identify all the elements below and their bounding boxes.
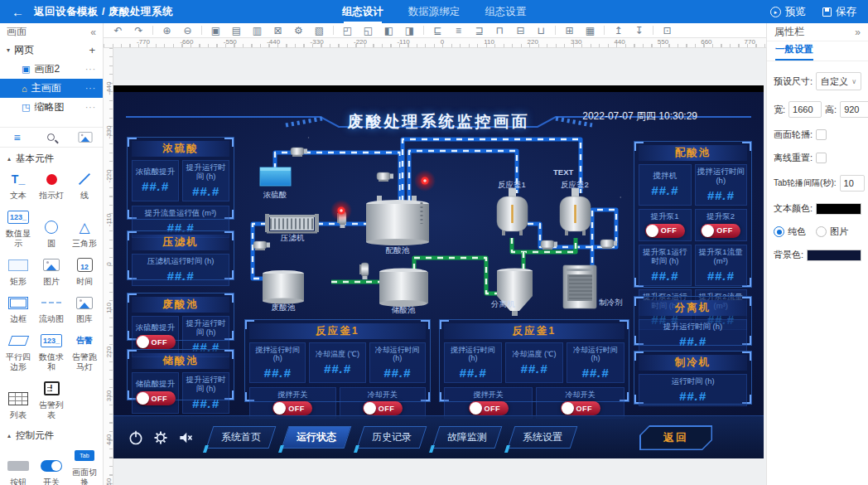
align-top-icon[interactable]: ⊓ bbox=[489, 23, 510, 38]
alarm-indicator[interactable] bbox=[330, 200, 352, 221]
duplicate-icon[interactable]: ▥ bbox=[247, 23, 268, 38]
palette-item-line[interactable]: 线 bbox=[68, 167, 101, 205]
save-button[interactable]: 保存 bbox=[822, 5, 856, 19]
palette-item-rect[interactable]: 矩形 bbox=[2, 253, 35, 291]
ungroup-icon[interactable]: ◱ bbox=[358, 23, 379, 38]
offline-reset-checkbox[interactable] bbox=[816, 153, 827, 163]
settings-icon[interactable]: ⚙ bbox=[288, 23, 309, 38]
collapse-right-icon[interactable]: » bbox=[855, 27, 861, 38]
palette-item-tri[interactable]: △三角形 bbox=[68, 205, 101, 253]
align-bottom-icon[interactable]: ⊔ bbox=[531, 23, 552, 38]
nav-tab-2[interactable]: 历史记录 bbox=[357, 426, 427, 449]
palette-section-header[interactable]: ▴控制元件 bbox=[0, 424, 103, 444]
reactor-1-vessel[interactable] bbox=[497, 188, 528, 235]
palette-item-altx[interactable]: 告警告警跑马灯 bbox=[68, 328, 101, 376]
mute-icon[interactable] bbox=[173, 426, 198, 449]
tab-config-design[interactable]: 组态设计 bbox=[342, 0, 383, 23]
toggle-off-switch[interactable]: OFF bbox=[469, 401, 509, 415]
nav-tab-0[interactable]: 系统首页 bbox=[206, 426, 277, 449]
palette-item-text[interactable]: T_文本 bbox=[2, 167, 35, 205]
snap-icon[interactable]: ▦ bbox=[580, 23, 600, 38]
solid-color-radio[interactable] bbox=[774, 226, 784, 237]
back-button[interactable]: 返回 bbox=[639, 425, 712, 450]
toggle-off-switch[interactable]: OFF bbox=[136, 391, 176, 405]
breadcrumb[interactable]: 返回设备模板 / 废酸处理系统 bbox=[34, 5, 173, 19]
toggle-off-switch[interactable]: OFF bbox=[701, 224, 740, 238]
power-icon[interactable] bbox=[123, 426, 148, 449]
palette-item-flow[interactable]: 流动图 bbox=[35, 290, 68, 328]
palette-section-header[interactable]: ▴基本元件 bbox=[0, 148, 103, 167]
toggle-off-switch[interactable]: OFF bbox=[561, 401, 600, 415]
bg-color-swatch[interactable] bbox=[807, 250, 861, 261]
tab-config-settings[interactable]: 组态设置 bbox=[485, 0, 526, 23]
align-center-icon[interactable]: ≡ bbox=[448, 23, 469, 38]
zoom-out-icon[interactable]: ⊖ bbox=[177, 23, 198, 38]
tree-node-thumbnail[interactable]: ◳ 缩略图 ··· bbox=[0, 98, 103, 117]
palette-item-pic[interactable]: 图库 bbox=[68, 290, 101, 328]
palette-item-cir[interactable]: 圆 bbox=[35, 205, 68, 253]
palette-item-time[interactable]: 12时间 bbox=[68, 253, 101, 291]
tree-node-pages[interactable]: ▾ 网页 + bbox=[0, 41, 103, 60]
separator-vessel[interactable] bbox=[497, 269, 533, 317]
palette-item-ind[interactable]: 指示灯 bbox=[35, 167, 68, 205]
toggle-off-switch[interactable]: OFF bbox=[645, 224, 685, 238]
palette-item-allist[interactable]: !告警列表 bbox=[35, 376, 68, 424]
nav-tab-1[interactable]: 运行状态 bbox=[282, 426, 352, 449]
undo-icon[interactable]: ↶ bbox=[108, 23, 128, 38]
tab-interval-input[interactable] bbox=[840, 175, 865, 192]
palette-item-num[interactable]: 123_数值求和 bbox=[35, 328, 68, 376]
delete-icon[interactable]: ⊠ bbox=[268, 23, 288, 38]
preset-size-select[interactable]: 自定义 ∨ bbox=[816, 72, 861, 90]
tree-node-main-screen[interactable]: ⌂ 主画面 ··· bbox=[0, 79, 103, 98]
height-input[interactable] bbox=[840, 101, 868, 118]
back-arrow-icon[interactable]: ← bbox=[12, 5, 24, 19]
gear-icon[interactable] bbox=[148, 426, 173, 449]
image-icon[interactable]: ▧ bbox=[309, 23, 330, 38]
width-input[interactable] bbox=[788, 101, 822, 118]
palette-item-sw[interactable]: 开关 bbox=[35, 444, 68, 485]
filter-press[interactable] bbox=[265, 214, 319, 234]
text-color-swatch[interactable] bbox=[816, 203, 861, 215]
tab-element-search[interactable] bbox=[34, 128, 68, 147]
storage-acid-tank[interactable] bbox=[379, 269, 428, 308]
tree-node-screen2[interactable]: ▣ 画面2 ··· bbox=[0, 60, 103, 79]
sulfuric-acid-tank[interactable] bbox=[260, 167, 291, 186]
export-icon[interactable]: ↧ bbox=[629, 23, 649, 38]
toggle-off-switch[interactable]: OFF bbox=[363, 401, 403, 415]
tab-datasource-binding[interactable]: 数据源绑定 bbox=[408, 0, 461, 23]
palette-item-btn[interactable]: 按钮 bbox=[2, 444, 35, 485]
carousel-checkbox[interactable] bbox=[816, 129, 827, 140]
zoom-in-icon[interactable]: ⊕ bbox=[157, 23, 177, 38]
add-screen-button[interactable]: + bbox=[89, 44, 96, 56]
tab-element-list[interactable]: ≡ bbox=[0, 128, 34, 147]
chiller-unit[interactable] bbox=[563, 265, 596, 308]
design-canvas[interactable]: -770-660-550-440-330-220-110011022033044… bbox=[104, 38, 766, 485]
toggle-off-switch[interactable]: OFF bbox=[136, 335, 176, 349]
palette-item-num[interactable]: 123_数值显示 bbox=[2, 205, 35, 253]
bring-forward-icon[interactable]: ◧ bbox=[379, 23, 399, 38]
palette-item-pic[interactable]: 图片 bbox=[35, 253, 68, 291]
more-icon[interactable]: ··· bbox=[85, 103, 96, 112]
palette-item-par[interactable]: 平行四边形 bbox=[2, 328, 35, 376]
group-icon[interactable]: ◰ bbox=[337, 23, 358, 38]
tab-element-gallery[interactable] bbox=[69, 128, 103, 147]
send-backward-icon[interactable]: ◨ bbox=[399, 23, 420, 38]
reactor-2-vessel[interactable] bbox=[560, 188, 591, 235]
align-left-icon[interactable]: ⊑ bbox=[427, 23, 448, 38]
redo-icon[interactable]: ↷ bbox=[128, 23, 149, 38]
mixing-tank[interactable] bbox=[366, 196, 429, 245]
more-icon[interactable]: ··· bbox=[85, 65, 96, 74]
tab-general-settings[interactable]: 一般设置 bbox=[775, 43, 813, 61]
collapse-left-icon[interactable]: « bbox=[90, 27, 96, 38]
alarm-indicator[interactable] bbox=[414, 170, 436, 192]
import-icon[interactable]: ↥ bbox=[608, 23, 629, 38]
grid-icon[interactable]: ⊞ bbox=[559, 23, 580, 38]
paste-icon[interactable]: ▤ bbox=[226, 23, 247, 38]
nav-tab-3[interactable]: 故障监测 bbox=[432, 426, 503, 449]
copy-icon[interactable]: ▣ bbox=[205, 23, 226, 38]
align-middle-icon[interactable]: ⊟ bbox=[510, 23, 531, 38]
scada-screen[interactable]: 废酸处理系统监控画面 2022-07-07 周四 10:30:29 浓硫酸 浓硫… bbox=[113, 85, 764, 458]
waste-acid-tank[interactable] bbox=[263, 270, 304, 304]
more-icon[interactable]: ··· bbox=[85, 84, 96, 93]
caret-down-icon[interactable]: ▾ bbox=[7, 46, 10, 54]
